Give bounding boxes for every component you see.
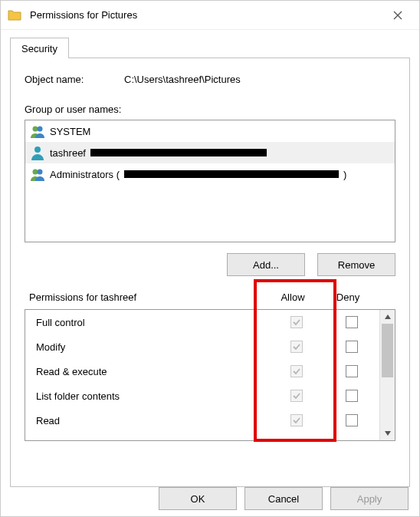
redacted-text xyxy=(90,149,267,156)
permission-name: List folder contents xyxy=(36,390,269,402)
list-item-suffix: ) xyxy=(343,169,346,180)
allow-checkbox xyxy=(290,414,303,426)
folder-icon xyxy=(7,8,22,23)
permission-name: Modify xyxy=(36,341,269,353)
list-item[interactable]: Administrators () xyxy=(25,163,395,185)
cancel-button[interactable]: Cancel xyxy=(244,487,323,510)
group-list-label: Group or user names: xyxy=(25,104,395,115)
allow-checkbox xyxy=(290,316,303,328)
permission-row: Read xyxy=(25,408,379,433)
list-item[interactable]: tashreef xyxy=(25,142,395,163)
tab-strip: Security xyxy=(10,36,410,58)
allow-checkbox xyxy=(290,365,303,377)
permission-row: List folder contents xyxy=(25,384,379,408)
person-icon xyxy=(30,145,45,160)
scroll-track[interactable] xyxy=(380,324,395,426)
permission-row: Full control xyxy=(25,310,379,334)
permission-name: Full control xyxy=(36,317,269,328)
content-area: Security Object name: C:\Users\tashreef\… xyxy=(1,30,419,487)
permission-row: Read & execute xyxy=(25,359,379,384)
titlebar: Permissions for Pictures xyxy=(1,1,419,30)
scroll-up-icon[interactable] xyxy=(380,310,395,324)
group-icon xyxy=(30,123,45,139)
deny-column-header: Deny xyxy=(320,291,376,303)
permission-name: Read xyxy=(36,415,269,426)
object-name-value: C:\Users\tashreef\Pictures xyxy=(124,74,241,85)
svg-point-3 xyxy=(33,170,38,175)
group-user-listbox[interactable]: SYSTEMtashreefAdministrators () xyxy=(25,120,395,242)
redacted-text xyxy=(124,170,339,178)
permissions-dialog: Permissions for Pictures Security Object… xyxy=(0,0,420,517)
object-name-row: Object name: C:\Users\tashreef\Pictures xyxy=(25,74,395,85)
permission-row: Modify xyxy=(25,334,379,359)
scrollbar[interactable] xyxy=(379,310,395,440)
dialog-button-row: OK Cancel Apply xyxy=(1,487,419,510)
allow-column-header: Allow xyxy=(265,291,320,303)
list-item-label: Administrators ( xyxy=(50,169,120,180)
permissions-header: Permissions for tashreef Allow Deny xyxy=(25,291,395,309)
permissions-title: Permissions for tashreef xyxy=(29,291,265,303)
list-item-label: tashreef xyxy=(50,147,86,159)
deny-checkbox[interactable] xyxy=(346,341,358,353)
list-item-label: SYSTEM xyxy=(50,126,90,137)
list-item[interactable]: SYSTEM xyxy=(25,120,395,142)
scroll-thumb[interactable] xyxy=(382,324,393,377)
deny-checkbox[interactable] xyxy=(346,390,358,402)
svg-point-2 xyxy=(34,147,41,153)
list-button-row: Add... Remove xyxy=(25,253,395,276)
group-icon xyxy=(30,166,45,182)
close-button[interactable] xyxy=(382,4,413,27)
svg-point-0 xyxy=(33,127,38,132)
remove-button[interactable]: Remove xyxy=(317,253,395,276)
object-name-label: Object name: xyxy=(25,74,124,85)
allow-checkbox xyxy=(290,341,303,353)
add-button[interactable]: Add... xyxy=(227,253,305,276)
security-panel: Object name: C:\Users\tashreef\Pictures … xyxy=(10,58,410,487)
deny-checkbox[interactable] xyxy=(346,365,358,377)
deny-checkbox[interactable] xyxy=(346,414,358,426)
scroll-down-icon[interactable] xyxy=(380,426,395,440)
svg-point-4 xyxy=(38,170,43,175)
permissions-table: Full controlModifyRead & executeList fol… xyxy=(25,309,395,441)
tab-security[interactable]: Security xyxy=(10,38,69,58)
svg-point-1 xyxy=(38,127,43,132)
window-title: Permissions for Pictures xyxy=(30,9,382,21)
allow-checkbox xyxy=(290,390,303,402)
ok-button[interactable]: OK xyxy=(159,487,237,510)
deny-checkbox[interactable] xyxy=(346,316,358,328)
permission-name: Read & execute xyxy=(36,366,269,377)
apply-button[interactable]: Apply xyxy=(330,487,409,510)
